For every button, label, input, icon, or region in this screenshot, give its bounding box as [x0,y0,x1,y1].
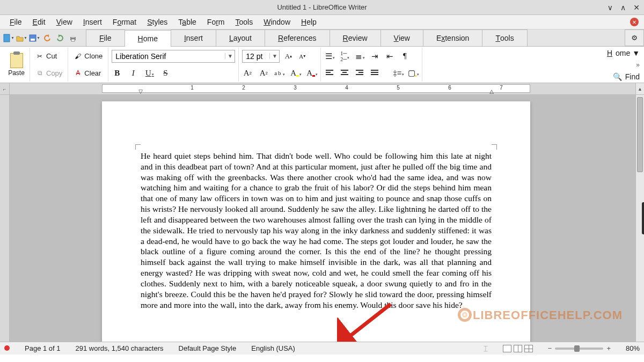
undo-button[interactable] [42,33,53,43]
number-list-button[interactable]: 1─2─ [339,51,350,62]
align-justify-button[interactable] [369,68,380,78]
menu-format[interactable]: Format [108,16,141,28]
highlight-button[interactable]: A [290,68,301,78]
font-name-input[interactable] [112,50,225,62]
indent-marker-right[interactable]: △ [489,88,494,94]
char-spacing-button[interactable]: ab [274,68,285,78]
outline-list-button[interactable]: ≣ [354,51,365,62]
language[interactable]: English (USA) [251,344,295,352]
clone-formatting-button[interactable]: 🖌Clone [71,51,105,62]
decrease-indent-button[interactable]: ⇤ [384,51,395,62]
page-style[interactable]: Default Page Style [179,344,237,352]
scrollbar-thumb[interactable] [637,97,643,172]
new-doc-button[interactable] [3,33,14,43]
print-button[interactable] [68,33,78,43]
indent-marker-left[interactable]: ▽ [138,88,143,94]
tab-tools[interactable]: Tools [482,29,527,46]
tab-references[interactable]: References [265,29,330,46]
menu-window[interactable]: Window [259,16,295,28]
overflow-button[interactable]: » [636,61,640,69]
clear-formatting-button[interactable]: A̶Clear [71,68,103,78]
document-canvas[interactable]: He heard quiet steps behind him. That di… [10,95,635,347]
close-document-button[interactable]: ✕ [630,18,639,26]
window-close-button[interactable]: ✕ [633,3,640,12]
quick-toolbar [0,29,82,46]
tab-extension[interactable]: Extension [423,29,483,46]
zoom-knob[interactable] [574,345,580,352]
book-view-button[interactable] [524,345,533,352]
font-size-input[interactable] [243,50,269,62]
italic-button[interactable]: I [128,68,138,78]
save-indicator[interactable] [4,344,10,352]
sidebar-handle[interactable] [642,202,644,234]
bold-button[interactable]: B [112,68,122,78]
document-body-text[interactable]: He heard quiet steps behind him. That di… [141,151,492,310]
margin-corner-icon [135,144,141,150]
tab-file[interactable]: File [86,29,125,46]
tab-review[interactable]: Review [330,29,381,46]
underline-button[interactable]: U [144,68,155,78]
line-spacing-button[interactable]: ‡≡ [393,68,404,78]
copy-button[interactable]: ⧉Copy [33,68,64,78]
ruler-row: ⌐ ▽ △ 1 2 3 4 5 6 7 ▲ [0,83,644,95]
zoom-in-button[interactable]: + [606,344,611,352]
ruler-tick: 3 [294,85,297,91]
tab-home[interactable]: Home [125,30,171,47]
insert-mode[interactable]: ⌶ [484,344,488,352]
superscript-button[interactable]: A2 [242,68,253,78]
save-button[interactable] [29,33,40,43]
grow-font-button[interactable]: A▴ [283,51,294,62]
svg-rect-2 [31,39,35,41]
ruler-tick: 5 [397,85,400,91]
tab-view[interactable]: View [380,29,423,46]
tab-insert[interactable]: Insert [171,29,216,46]
menu-styles[interactable]: Styles [143,16,172,28]
redo-button[interactable] [55,33,65,43]
paragraph-color-button[interactable]: ▢ [408,68,419,78]
horizontal-ruler[interactable]: ▽ △ 1 2 3 4 5 6 7 [10,83,635,94]
vertical-ruler[interactable] [0,95,10,347]
font-color-button[interactable]: A [306,68,317,78]
align-right-button[interactable] [354,68,365,78]
tab-layout[interactable]: Layout [216,29,265,46]
increase-indent-button[interactable]: ⇥ [369,51,380,62]
menu-edit[interactable]: Edit [28,16,50,28]
find-button[interactable]: 🔍Find [613,72,640,81]
menu-help[interactable]: Help [297,16,321,28]
open-doc-button[interactable] [16,33,27,43]
vertical-scrollbar[interactable] [635,95,644,347]
notebookbar-options-button[interactable]: ⚙ [625,29,644,46]
menu-insert[interactable]: Insert [79,16,106,28]
font-size-dropdown[interactable]: ▼ [269,53,279,59]
single-page-view-button[interactable] [503,345,511,352]
paste-button[interactable]: Paste [3,48,30,82]
multi-page-view-button[interactable] [514,345,522,352]
font-size-combo[interactable]: ▼ [242,50,280,63]
font-name-dropdown[interactable]: ▼ [225,53,235,59]
strikethrough-button[interactable]: S [160,68,171,78]
zoom-out-button[interactable]: − [548,344,552,352]
shrink-font-button[interactable]: A▾ [297,51,308,62]
menu-file[interactable]: File [5,16,26,28]
page[interactable]: He heard quiet steps behind him. That di… [102,101,530,347]
align-center-button[interactable] [339,68,350,78]
zoom-track[interactable] [555,348,603,350]
align-left-button[interactable] [324,68,335,78]
cut-button[interactable]: ✂Cut [33,51,59,62]
window-maximize-button[interactable]: ∧ [620,3,626,12]
subscript-button[interactable]: A2 [258,68,269,78]
zoom-percent[interactable]: 80% [626,344,640,352]
menu-tools[interactable]: Tools [231,16,258,28]
menu-table[interactable]: Table [174,16,200,28]
window-minimize-button[interactable]: ∨ [608,3,613,12]
gear-icon: ⚙ [631,34,638,42]
menu-view[interactable]: View [52,16,77,28]
scroll-up-button[interactable]: ▲ [635,83,644,94]
font-name-combo[interactable]: ▼ [112,50,235,63]
formatting-marks-button[interactable]: ¶ [399,51,410,62]
word-count[interactable]: 291 words, 1,540 characters [76,344,164,352]
menu-form[interactable]: Form [203,16,229,28]
page-count[interactable]: Page 1 of 1 [25,344,61,352]
context-menu-button[interactable]: Home ▼ [607,49,640,57]
bullet-list-button[interactable]: ☰ [324,51,335,62]
